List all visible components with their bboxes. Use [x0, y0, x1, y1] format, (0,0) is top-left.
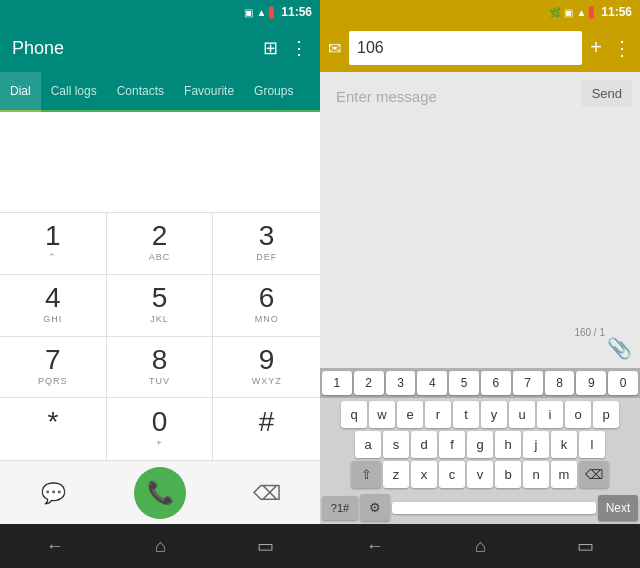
sms-button[interactable]: 💬 — [0, 461, 107, 524]
space-key[interactable] — [392, 502, 596, 514]
num-key-2[interactable]: 2 — [354, 371, 384, 395]
status-bar-left: ▣ ▲ ▋ 11:56 — [0, 0, 320, 24]
symbols-key[interactable]: ?1# — [322, 496, 358, 520]
sms-icon: 💬 — [41, 481, 66, 505]
tab-favourites[interactable]: Favourite — [174, 72, 244, 110]
key-4[interactable]: 4 GHI — [0, 275, 107, 337]
tab-groups[interactable]: Groups — [244, 72, 303, 110]
key-y[interactable]: y — [481, 401, 507, 428]
num-key-3[interactable]: 3 — [386, 371, 416, 395]
num-key-1[interactable]: 1 — [322, 371, 352, 395]
num-key-8[interactable]: 8 — [545, 371, 575, 395]
back-button-left[interactable]: ← — [46, 536, 64, 557]
num-key-6[interactable]: 6 — [481, 371, 511, 395]
key-q[interactable]: q — [341, 401, 367, 428]
key-x[interactable]: x — [411, 461, 437, 488]
tab-call-logs[interactable]: Call logs — [41, 72, 107, 110]
key-a[interactable]: a — [355, 431, 381, 458]
key-6[interactable]: 6 MNO — [213, 275, 320, 337]
key-t[interactable]: t — [453, 401, 479, 428]
num-key-9[interactable]: 9 — [576, 371, 606, 395]
menu-icon-left[interactable]: ⋮ — [290, 37, 308, 59]
key-j[interactable]: j — [523, 431, 549, 458]
key-k[interactable]: k — [551, 431, 577, 458]
dial-display — [0, 112, 320, 212]
key-z[interactable]: z — [383, 461, 409, 488]
attach-icon[interactable]: 📎 — [607, 336, 632, 360]
key-8[interactable]: 8 TUV — [107, 337, 214, 399]
key-h[interactable]: h — [495, 431, 521, 458]
settings-key[interactable]: ⚙ — [360, 494, 390, 521]
messaging-panel: 🌿 ▣ ▲ ▋ 11:56 ✉ + ⋮ Enter message Send 1… — [320, 0, 640, 568]
key-1[interactable]: 1 ⌃ — [0, 213, 107, 275]
sim-icon-right: ▣ — [564, 7, 573, 18]
key-o[interactable]: o — [565, 401, 591, 428]
key-m[interactable]: m — [551, 461, 577, 488]
call-icon[interactable]: 📞 — [134, 467, 186, 519]
message-area: Enter message Send 160 / 1 📎 — [320, 72, 640, 368]
add-recipient-icon[interactable]: + — [590, 36, 602, 60]
key-b[interactable]: b — [495, 461, 521, 488]
key-c[interactable]: c — [439, 461, 465, 488]
key-5[interactable]: 5 JKL — [107, 275, 214, 337]
num-key-4[interactable]: 4 — [417, 371, 447, 395]
key-d[interactable]: d — [411, 431, 437, 458]
call-button[interactable]: 📞 — [107, 461, 214, 524]
send-button[interactable]: Send — [582, 80, 632, 107]
key-w[interactable]: w — [369, 401, 395, 428]
status-icons-right: 🌿 ▣ ▲ ▋ — [549, 7, 597, 18]
tab-contacts[interactable]: Contacts — [107, 72, 174, 110]
phone-title: Phone — [12, 38, 64, 59]
key-7[interactable]: 7 PQRS — [0, 337, 107, 399]
recents-button-left[interactable]: ▭ — [257, 535, 274, 557]
next-key[interactable]: Next — [598, 495, 638, 521]
leaf-icon: 🌿 — [549, 7, 561, 18]
key-n[interactable]: n — [523, 461, 549, 488]
key-star[interactable]: * — [0, 398, 107, 460]
delete-button[interactable]: ⌫ — [213, 461, 320, 524]
key-0[interactable]: 0 + — [107, 398, 214, 460]
num-key-5[interactable]: 5 — [449, 371, 479, 395]
kb-bottom-row: ?1# ⚙ Next — [320, 491, 640, 524]
kb-delete-key[interactable]: ⌫ — [579, 461, 609, 488]
key-hash[interactable]: # — [213, 398, 320, 460]
kb-row-3: ⇧ z x c v b n m ⌫ — [322, 461, 638, 488]
key-i[interactable]: i — [537, 401, 563, 428]
char-count: 160 / 1 — [574, 327, 605, 338]
back-button-right[interactable]: ← — [366, 536, 384, 557]
key-2[interactable]: 2 ABC — [107, 213, 214, 275]
menu-icon-right[interactable]: ⋮ — [612, 36, 632, 60]
key-p[interactable]: p — [593, 401, 619, 428]
msg-header: ✉ + ⋮ — [320, 24, 640, 72]
num-row: 1 2 3 4 5 6 7 8 9 0 — [320, 368, 640, 398]
key-9[interactable]: 9 WXYZ — [213, 337, 320, 399]
msg-compose-icon[interactable]: ✉ — [328, 39, 341, 58]
key-3[interactable]: 3 DEF — [213, 213, 320, 275]
phone-dialer-panel: ▣ ▲ ▋ 11:56 Phone ⊞ ⋮ Dial Call logs Con… — [0, 0, 320, 568]
recents-button-right[interactable]: ▭ — [577, 535, 594, 557]
key-g[interactable]: g — [467, 431, 493, 458]
tab-dial[interactable]: Dial — [0, 72, 41, 112]
expand-icon[interactable]: ⊞ — [263, 37, 278, 59]
key-u[interactable]: u — [509, 401, 535, 428]
delete-icon: ⌫ — [253, 481, 281, 505]
sim-icon: ▣ — [244, 7, 253, 18]
signal-icon: ▋ — [269, 7, 277, 18]
key-f[interactable]: f — [439, 431, 465, 458]
nav-bar-left: ← ⌂ ▭ — [0, 524, 320, 568]
num-key-0[interactable]: 0 — [608, 371, 638, 395]
keypad: 1 ⌃ 2 ABC 3 DEF 4 GHI 5 JKL 6 MNO 7 PQRS… — [0, 212, 320, 460]
key-r[interactable]: r — [425, 401, 451, 428]
home-button-left[interactable]: ⌂ — [155, 536, 166, 557]
wifi-icon: ▲ — [256, 7, 266, 18]
key-v[interactable]: v — [467, 461, 493, 488]
key-e[interactable]: e — [397, 401, 423, 428]
home-button-right[interactable]: ⌂ — [475, 536, 486, 557]
status-bar-right: 🌿 ▣ ▲ ▋ 11:56 — [320, 0, 640, 24]
num-key-7[interactable]: 7 — [513, 371, 543, 395]
shift-key[interactable]: ⇧ — [351, 461, 381, 488]
key-s[interactable]: s — [383, 431, 409, 458]
key-l[interactable]: l — [579, 431, 605, 458]
recipient-input[interactable] — [349, 31, 582, 65]
time-right: 11:56 — [601, 5, 632, 19]
